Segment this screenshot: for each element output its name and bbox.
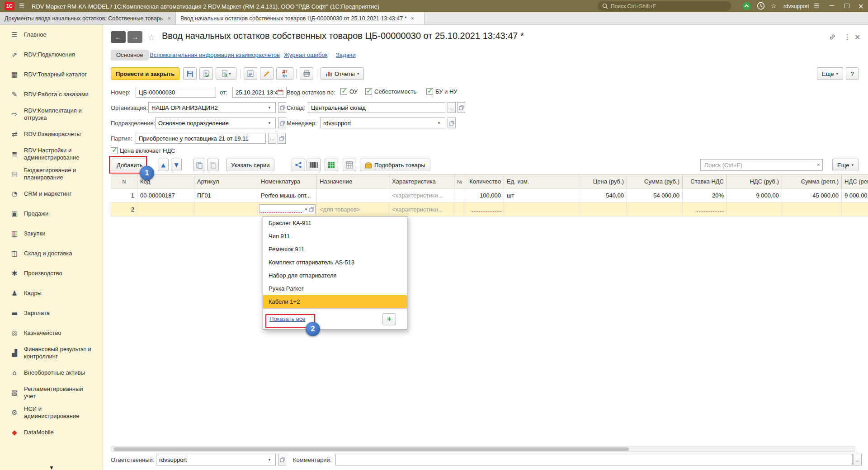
chevron-down-icon[interactable]: ▾	[266, 121, 273, 125]
dropdown-item[interactable]: Комплект отпариватель AS-513	[263, 256, 407, 269]
sidebar-item-payroll[interactable]: ▬Зарплата	[0, 303, 103, 323]
sidebar-item-settlements[interactable]: ⇄RDV:Взаиморасчеты	[0, 124, 103, 144]
cell-purpose[interactable]	[317, 188, 389, 202]
warehouse-open-button[interactable]	[457, 102, 465, 113]
specify-series-button[interactable]: Указать серии	[226, 159, 274, 171]
cell-vat[interactable]: 9 000,00	[727, 188, 782, 202]
print-button[interactable]	[300, 67, 313, 80]
copy-row-button[interactable]	[193, 159, 205, 171]
comment-expand-button[interactable]: ...	[854, 454, 862, 465]
dropdown-item[interactable]: Ручка Parker	[263, 282, 407, 295]
sidebar-item-sales[interactable]: ▣Продажи	[0, 204, 103, 224]
sidebar-item-regulated[interactable]: ▧Регламентированный учет	[0, 383, 103, 403]
sidebar-item-production[interactable]: ✱Производство	[0, 263, 103, 283]
cell-vat-rate[interactable]: 20%	[683, 188, 727, 202]
checkbox-price-includes-vat[interactable]: ✓ Цена включает НДС	[111, 147, 175, 154]
main-menu-icon[interactable]: ☰	[19, 2, 25, 9]
sidebar-scroll-down-icon[interactable]: ▼	[0, 465, 103, 470]
tab-close-icon[interactable]: ×	[167, 15, 171, 22]
cell-vat-rate[interactable]	[683, 202, 727, 216]
chevron-down-icon[interactable]: ▾	[266, 457, 273, 462]
checkbox-cost[interactable]: ✓ Себестоимость	[365, 88, 416, 95]
cell-sum-reg[interactable]	[782, 202, 842, 216]
open-link-icon[interactable]	[309, 207, 314, 212]
organization-combo[interactable]: НАША ОРГАНИЗАЦИЯ2 ▾	[148, 102, 276, 113]
minimize-button[interactable]: —	[829, 2, 835, 9]
batch-select-button[interactable]: ...	[268, 133, 276, 144]
cell-number[interactable]	[454, 202, 464, 216]
cell-characteristic[interactable]: <характеристики...	[389, 188, 454, 202]
export-excel-button[interactable]	[325, 159, 338, 171]
create-new-item-button[interactable]: +	[382, 313, 396, 325]
clear-search-icon[interactable]: ×	[816, 161, 820, 168]
cell-article[interactable]: ПГ01	[194, 188, 258, 202]
manager-combo[interactable]: rdvsupport ▾	[320, 118, 445, 128]
cell-vat[interactable]	[727, 202, 782, 216]
form-more-button[interactable]: Еще ▾	[817, 67, 843, 80]
cell-price[interactable]: 540,00	[579, 188, 627, 202]
history-icon[interactable]	[757, 2, 765, 12]
chevron-down-icon[interactable]: ▾	[303, 207, 309, 212]
tab-close-icon[interactable]: ×	[411, 15, 415, 22]
tab-current-document[interactable]: Ввод начальных остатков собственных това…	[176, 12, 425, 24]
cell-price[interactable]	[579, 202, 627, 216]
show-all-link[interactable]: Показать все	[269, 315, 305, 322]
back-button[interactable]: ←	[111, 31, 126, 43]
close-window-button[interactable]: ×	[858, 2, 864, 10]
share-structure-button[interactable]	[292, 159, 305, 171]
dropdown-item[interactable]: Набор для отпаривателя	[263, 269, 407, 282]
cell-nomenclature-combo[interactable]: ▾	[258, 202, 317, 216]
forward-button[interactable]: →	[127, 31, 142, 43]
cell-n[interactable]: 1	[111, 188, 137, 202]
maximize-button[interactable]	[844, 4, 849, 8]
move-row-up-button[interactable]: ▲	[158, 159, 169, 171]
cell-quantity[interactable]: 100,000	[464, 188, 504, 202]
checkbox-bu-nu[interactable]: ✓ БУ и НУ	[426, 88, 458, 95]
sidebar-item-hr[interactable]: ♟Кадры	[0, 283, 103, 303]
sidebar-item-purchases[interactable]: ▥Закупки	[0, 224, 103, 244]
current-user[interactable]: rdvsupport	[783, 3, 809, 9]
grid-more-button[interactable]: Еще ▾	[832, 159, 859, 171]
dropdown-item[interactable]: Браслет КА-911	[263, 216, 407, 230]
department-combo[interactable]: Основное подразделение ▾	[155, 118, 276, 128]
form-menu-kebab-icon[interactable]: ⋮	[844, 33, 851, 41]
sidebar-item-rdv-settings[interactable]: ≣RDV:Настройки и администрирование	[0, 144, 103, 164]
dtkt-accounting-button[interactable]: Дт Кт	[276, 67, 293, 80]
number-field[interactable]: ЦБ-00000030	[136, 87, 216, 98]
sidebar-item-warehouse[interactable]: ◫Склад и доставка	[0, 244, 103, 263]
sidebar-item-treasury[interactable]: ◎Казначейство	[0, 323, 103, 343]
sidebar-item-finance[interactable]: ▟Финансовый результат и контроллинг	[0, 343, 103, 363]
post-menu-button[interactable]: ▾	[216, 67, 236, 80]
manager-open-button[interactable]	[448, 118, 456, 128]
tab-documents-list[interactable]: Документы ввода начальных остатков: Собс…	[0, 12, 176, 24]
horizontal-scrollbar[interactable]	[111, 446, 855, 452]
responsible-combo[interactable]: rdvsupport ▾	[156, 454, 276, 465]
close-form-icon[interactable]: ×	[854, 33, 860, 41]
paste-row-button[interactable]	[207, 159, 219, 171]
date-field[interactable]: 25.10.2021 13:43:	[232, 87, 287, 98]
tab-tasks[interactable]: Задачи	[336, 52, 356, 58]
save-button[interactable]	[183, 67, 197, 80]
cell-nomenclature[interactable]: Perfeo мышь опт...	[258, 188, 317, 202]
favorites-star-icon[interactable]: ☆	[771, 2, 777, 9]
cell-code[interactable]: 00-00000187	[137, 188, 194, 202]
department-open-button[interactable]	[278, 118, 286, 128]
grid-search-input[interactable]	[700, 159, 823, 171]
cell-quantity[interactable]	[464, 202, 504, 216]
global-search-input[interactable]: Поиск Ctrl+Shift+F	[598, 1, 731, 11]
calendar-icon[interactable]	[277, 89, 283, 95]
nomenclature-combo-input[interactable]: ▾	[259, 204, 316, 214]
batch-open-button[interactable]	[278, 133, 286, 144]
cell-vat-reg[interactable]: 9 000,00	[842, 188, 868, 202]
cell-sum-reg[interactable]: 45 000,00	[782, 188, 842, 202]
organization-open-button[interactable]	[278, 102, 286, 113]
cell-article[interactable]	[194, 202, 258, 216]
cell-vat-reg[interactable]	[842, 202, 868, 216]
sidebar-item-shipping[interactable]: ⇨RDV:Комплектация и отгрузка	[0, 104, 103, 124]
sidebar-item-datamobile[interactable]: ◆DataMobile	[0, 423, 103, 442]
cell-purpose[interactable]: <для товаров>	[317, 202, 389, 216]
batch-field[interactable]: Приобретение у поставщика 21 от 19.11	[136, 133, 266, 144]
cell-sum[interactable]: 54 000,00	[627, 188, 683, 202]
warehouse-select-button[interactable]: ...	[448, 102, 456, 113]
help-button[interactable]: ?	[846, 67, 859, 80]
